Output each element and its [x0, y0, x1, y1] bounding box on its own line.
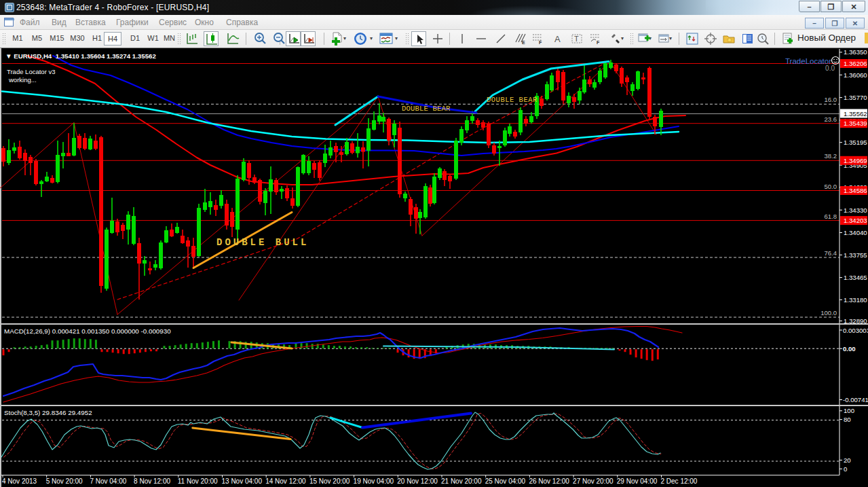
svg-text:29 Nov 04:00: 29 Nov 04:00	[617, 477, 658, 485]
svg-text:E: E	[522, 40, 525, 45]
svg-text:working...: working...	[8, 76, 37, 84]
svg-text:8 Nov 12:00: 8 Nov 12:00	[134, 477, 170, 485]
svg-text:50.0: 50.0	[825, 183, 837, 190]
svg-text:1.33180: 1.33180	[844, 296, 867, 304]
svg-text:0.00: 0.00	[843, 345, 856, 353]
svg-text:A: A	[554, 34, 561, 44]
svg-text:5 Nov 20:00: 5 Nov 20:00	[46, 477, 83, 485]
svg-text:▼ EURUSD,H4 1.35410 1.35604 1: ▼ EURUSD,H4 1.35410 1.35604 1.35274 1.35…	[5, 52, 156, 60]
svg-text:100: 100	[844, 407, 854, 414]
svg-text:DOUBLE BEAR: DOUBLE BEAR	[487, 96, 537, 104]
svg-text:0: 0	[844, 465, 847, 473]
svg-text:1.36060: 1.36060	[844, 71, 867, 79]
svg-text:DOUBLE BULL: DOUBLE BULL	[216, 237, 309, 248]
svg-text:21 Nov 20:00: 21 Nov 20:00	[441, 477, 482, 485]
svg-text:1.36206: 1.36206	[844, 60, 867, 67]
svg-text:0.003003: 0.003003	[843, 327, 868, 334]
svg-text:13 Nov 04:00: 13 Nov 04:00	[222, 477, 263, 485]
svg-text:1.35770: 1.35770	[844, 94, 867, 101]
svg-text:1.35195: 1.35195	[844, 139, 867, 146]
svg-text:100.0: 100.0	[820, 309, 837, 317]
svg-text:T: T	[574, 35, 579, 43]
svg-text:20 Nov 12:00: 20 Nov 12:00	[397, 477, 438, 485]
svg-text:7 Nov 04:00: 7 Nov 04:00	[90, 477, 126, 485]
svg-text:0.0: 0.0	[825, 65, 835, 72]
svg-text:F: F	[539, 40, 542, 45]
svg-text:15 Nov 20:00: 15 Nov 20:00	[309, 477, 350, 485]
svg-text:16.0: 16.0	[825, 96, 837, 103]
svg-text:1.34330: 1.34330	[844, 206, 867, 214]
svg-text:TradeLocator: TradeLocator	[785, 57, 831, 65]
svg-text:1.35439: 1.35439	[844, 120, 867, 127]
svg-text:23.6: 23.6	[825, 115, 837, 123]
svg-text:Trade Locator v3: Trade Locator v3	[7, 68, 55, 75]
svg-text:F: F	[597, 40, 600, 45]
svg-text:-0.00741: -0.00741	[843, 396, 868, 403]
svg-text:1.34203: 1.34203	[844, 217, 867, 224]
svg-text:61.8: 61.8	[825, 213, 837, 220]
svg-text:11 Nov 20:00: 11 Nov 20:00	[178, 477, 218, 485]
svg-text:1.33755: 1.33755	[844, 251, 867, 259]
svg-text:DOUBLE BEAR: DOUBLE BEAR	[402, 105, 451, 113]
svg-text:20: 20	[844, 456, 851, 464]
svg-text:Stoch(8,3,5) 29.8346 29.4952: Stoch(8,3,5) 29.8346 29.4952	[4, 409, 92, 416]
svg-text:38.2: 38.2	[825, 152, 837, 160]
svg-text:MACD(12,26,9) 0.000421 0.00135: MACD(12,26,9) 0.000421 0.001350 0.000000…	[4, 327, 171, 335]
svg-text:27 Nov 20:00: 27 Nov 20:00	[573, 477, 614, 485]
svg-text:14 Nov 12:00: 14 Nov 12:00	[265, 477, 306, 485]
svg-text:1.33465: 1.33465	[844, 274, 867, 281]
svg-text:1.34040: 1.34040	[844, 229, 867, 236]
svg-text:4 Nov 2013: 4 Nov 2013	[2, 477, 37, 485]
svg-text:76.4: 76.4	[825, 249, 837, 257]
svg-text:80: 80	[844, 416, 851, 423]
svg-text:1.34586: 1.34586	[844, 187, 867, 194]
svg-text:1.35562: 1.35562	[844, 110, 867, 118]
svg-text:1.36350: 1.36350	[844, 48, 867, 56]
svg-text:26 Nov 12:00: 26 Nov 12:00	[529, 477, 569, 485]
svg-text:1.34969: 1.34969	[844, 157, 867, 164]
svg-text:2 Dec 12:00: 2 Dec 12:00	[661, 477, 698, 485]
svg-text:19 Nov 04:00: 19 Nov 04:00	[354, 477, 394, 485]
svg-text:25 Nov 04:00: 25 Nov 04:00	[485, 477, 526, 485]
